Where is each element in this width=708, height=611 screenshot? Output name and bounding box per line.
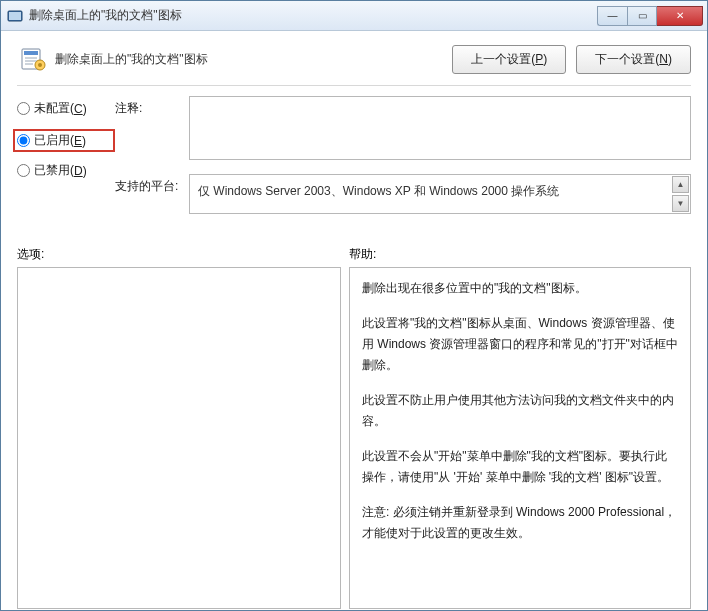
policy-editor-window: 删除桌面上的"我的文档"图标 — ▭ ✕ 删除桌面上的"我的文档"图标 xyxy=(0,0,708,611)
prev-tail: ) xyxy=(543,52,547,66)
radio-not-configured-label: 未配置( xyxy=(34,100,74,117)
header-row: 删除桌面上的"我的文档"图标 上一个设置(P) 下一个设置(N) xyxy=(17,43,691,75)
radio-disabled-label: 已禁用( xyxy=(34,162,74,179)
help-paragraph: 注意: 必须注销并重新登录到 Windows 2000 Professional… xyxy=(362,502,678,544)
section-labels: 选项: 帮助: xyxy=(17,246,691,263)
svg-rect-3 xyxy=(24,51,38,55)
titlebar: 删除桌面上的"我的文档"图标 — ▭ ✕ xyxy=(1,1,707,31)
radio-enabled-input[interactable] xyxy=(17,134,30,147)
app-icon xyxy=(7,8,23,24)
minimize-button[interactable]: — xyxy=(597,6,627,26)
help-label: 帮助: xyxy=(349,246,376,263)
scroll-up-button[interactable]: ▲ xyxy=(672,176,689,193)
radio-column: 未配置(C) 已启用(E) 已禁用(D) xyxy=(17,96,115,228)
next-label: 下一个设置( xyxy=(595,52,659,66)
svg-point-8 xyxy=(38,63,42,67)
platform-row: 支持的平台: 仅 Windows Server 2003、Windows XP … xyxy=(115,174,691,214)
previous-setting-button[interactable]: 上一个设置(P) xyxy=(452,45,566,74)
platform-box: 仅 Windows Server 2003、Windows XP 和 Windo… xyxy=(189,174,691,214)
options-panel xyxy=(17,267,341,609)
config-row: 未配置(C) 已启用(E) 已禁用(D) 注释: xyxy=(17,96,691,228)
help-paragraph: 此设置不防止用户使用其他方法访问我的文档文件夹中的内容。 xyxy=(362,390,678,432)
maximize-button[interactable]: ▭ xyxy=(627,6,657,26)
comment-textarea[interactable] xyxy=(189,96,691,160)
comment-row: 注释: xyxy=(115,96,691,160)
radio-enabled-label: 已启用( xyxy=(34,132,74,149)
radio-disabled-input[interactable] xyxy=(17,164,30,177)
selected-radio-highlight: 已启用(E) xyxy=(13,129,115,152)
radio-enabled[interactable]: 已启用(E) xyxy=(17,132,111,149)
fields-column: 注释: 支持的平台: 仅 Windows Server 2003、Windows… xyxy=(115,96,691,228)
help-paragraph: 此设置不会从"开始"菜单中删除"我的文档"图标。要执行此操作，请使用"从 '开始… xyxy=(362,446,678,488)
close-button[interactable]: ✕ xyxy=(657,6,703,26)
svg-rect-1 xyxy=(9,12,21,20)
prev-label: 上一个设置( xyxy=(471,52,535,66)
radio-not-configured-input[interactable] xyxy=(17,102,30,115)
comment-label: 注释: xyxy=(115,96,189,160)
policy-icon xyxy=(17,43,49,75)
client-area: 删除桌面上的"我的文档"图标 上一个设置(P) 下一个设置(N) 未配置(C) xyxy=(1,31,707,611)
radio-not-configured[interactable]: 未配置(C) xyxy=(17,100,115,117)
radio-not-configured-tail: ) xyxy=(83,102,87,116)
help-panel: 删除出现在很多位置中的"我的文档"图标。 此设置将"我的文档"图标从桌面、Win… xyxy=(349,267,691,609)
radio-disabled-accel: D xyxy=(74,164,83,178)
radio-disabled-tail: ) xyxy=(83,164,87,178)
radio-not-configured-accel: C xyxy=(74,102,83,116)
next-accel: N xyxy=(659,52,668,66)
next-tail: ) xyxy=(668,52,672,66)
panels-row: 删除出现在很多位置中的"我的文档"图标。 此设置将"我的文档"图标从桌面、Win… xyxy=(17,267,691,609)
window-title: 删除桌面上的"我的文档"图标 xyxy=(29,7,597,24)
radio-enabled-accel: E xyxy=(74,134,82,148)
scroll-down-button[interactable]: ▼ xyxy=(672,195,689,212)
platform-value: 仅 Windows Server 2003、Windows XP 和 Windo… xyxy=(198,184,559,198)
help-paragraph: 此设置将"我的文档"图标从桌面、Windows 资源管理器、使用 Windows… xyxy=(362,313,678,376)
radio-disabled[interactable]: 已禁用(D) xyxy=(17,162,115,179)
policy-title: 删除桌面上的"我的文档"图标 xyxy=(55,51,452,68)
platform-label: 支持的平台: xyxy=(115,174,189,214)
next-setting-button[interactable]: 下一个设置(N) xyxy=(576,45,691,74)
window-controls: — ▭ ✕ xyxy=(597,6,703,26)
divider xyxy=(17,85,691,86)
help-paragraph: 删除出现在很多位置中的"我的文档"图标。 xyxy=(362,278,678,299)
radio-enabled-tail: ) xyxy=(82,134,86,148)
options-label: 选项: xyxy=(17,246,349,263)
